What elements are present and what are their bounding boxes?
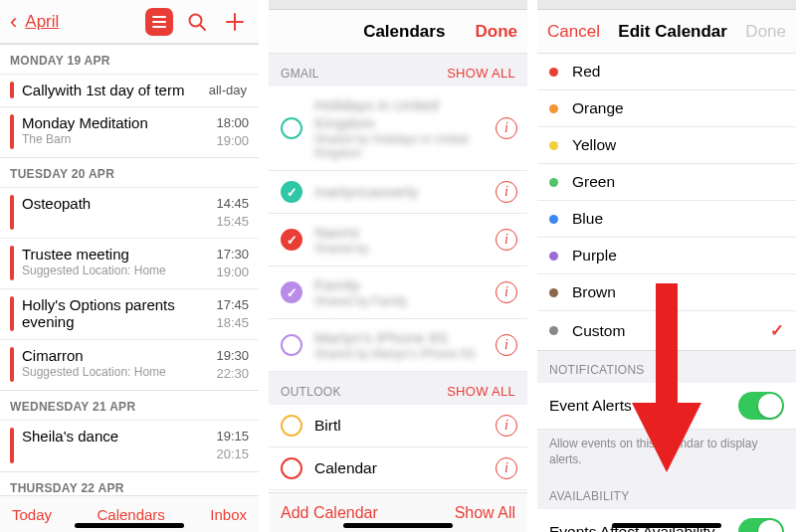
event-times: 18:0019:00	[197, 114, 249, 149]
calendar-subtitle: Shared by Family	[314, 294, 496, 308]
show-all-link[interactable]: Show All	[455, 504, 515, 522]
calendar-title: Calendar	[314, 459, 496, 477]
event-times: 17:4518:45	[197, 296, 249, 331]
home-indicator[interactable]	[75, 523, 184, 528]
calendar-subtitle: Shared by	[314, 242, 496, 256]
navbar: ‹ April	[0, 0, 259, 44]
color-option-row[interactable]: Red	[537, 54, 796, 90]
availability-switch[interactable]	[738, 518, 784, 532]
calendar-checkbox[interactable]	[281, 281, 302, 303]
event-row[interactable]: Holly's Options parents evening17:4518:4…	[0, 288, 259, 339]
day-header: WEDNESDAY 21 APR	[0, 390, 259, 420]
calendar-checkbox[interactable]	[281, 181, 302, 203]
event-list[interactable]: MONDAY 19 APRCallywith 1st day of termal…	[0, 44, 259, 495]
event-allday: all-day	[209, 83, 249, 97]
calendar-title: Holidays in United Kingdom	[314, 96, 496, 132]
search-icon[interactable]	[183, 8, 211, 36]
color-option-row[interactable]: Green	[537, 164, 796, 201]
cancel-button[interactable]: Cancel	[547, 22, 600, 42]
color-option-row[interactable]: Custom✓	[537, 311, 796, 351]
info-icon[interactable]: i	[496, 334, 517, 356]
color-option-row[interactable]: Yellow	[537, 127, 796, 164]
calendar-row[interactable]: Calendari	[269, 447, 527, 490]
group-toggle-link[interactable]: SHOW ALL	[447, 66, 515, 81]
event-subtitle: The Barn	[22, 132, 197, 146]
calendar-row[interactable]: NaomiShared byi	[269, 214, 527, 266]
color-option-row[interactable]: Purple	[537, 238, 796, 274]
event-alerts-row[interactable]: Event Alerts	[537, 383, 796, 430]
color-dot-icon	[549, 288, 558, 297]
event-color-bar	[10, 82, 14, 98]
event-row[interactable]: Trustee meetingSuggested Location: Home1…	[0, 238, 259, 288]
svg-line-4	[200, 25, 205, 30]
color-label: Green	[572, 173, 784, 191]
color-option-row[interactable]: Brown	[537, 274, 796, 311]
day-header: THURSDAY 22 APR	[0, 471, 259, 495]
day-header: TUESDAY 20 APR	[0, 157, 259, 187]
calendar-groups-list[interactable]: GMAILSHOW ALLHolidays in United KingdomS…	[269, 54, 527, 531]
color-label: Brown	[572, 283, 784, 301]
today-link[interactable]: Today	[12, 506, 52, 523]
checkmark-icon: ✓	[770, 320, 784, 341]
edit-form[interactable]: RedOrangeYellowGreenBluePurpleBrownCusto…	[537, 54, 796, 532]
section-header-availability: AVAILABILITY	[537, 477, 796, 509]
add-calendar-link[interactable]: Add Calendar	[281, 504, 378, 522]
done-button-disabled: Done	[745, 22, 786, 42]
calendar-checkbox[interactable]	[281, 457, 302, 479]
event-alerts-label: Event Alerts	[549, 397, 738, 415]
event-times: 19:1520:15	[197, 428, 249, 462]
sheet-title: Edit Calendar	[618, 22, 727, 42]
info-icon[interactable]: i	[496, 229, 517, 251]
event-title: Holly's Options parents evening	[22, 296, 197, 330]
calendar-checkbox[interactable]	[281, 117, 302, 139]
calendar-row[interactable]: FamilyShared by Familyi	[269, 266, 527, 319]
event-alerts-switch[interactable]	[738, 392, 784, 420]
home-indicator[interactable]	[612, 523, 721, 528]
event-row[interactable]: Sheila's dance19:1520:15	[0, 420, 259, 470]
color-option-row[interactable]: Orange	[537, 90, 796, 127]
color-dot-icon	[549, 215, 558, 224]
info-icon[interactable]: i	[496, 117, 517, 139]
event-title: Osteopath	[22, 195, 197, 212]
info-icon[interactable]: i	[496, 457, 517, 479]
event-times: 14:4515:45	[197, 195, 249, 230]
calendar-title: Naomi	[314, 224, 496, 242]
calendar-subtitle: Shared by Holidays in United Kingdom	[314, 132, 496, 160]
calendar-checkbox[interactable]	[281, 334, 302, 356]
screen-calendar-list: ‹ April MONDAY 19 APRCallywith 1st day o…	[0, 0, 259, 532]
back-chevron-icon[interactable]: ‹	[10, 11, 17, 33]
calendar-row[interactable]: Holidays in United KingdomShared by Holi…	[269, 87, 527, 171]
group-toggle-link[interactable]: SHOW ALL	[447, 384, 515, 399]
event-title: Trustee meeting	[22, 246, 197, 263]
event-times: 17:3019:00	[197, 246, 249, 280]
calendar-row[interactable]: Birtli	[269, 405, 527, 447]
calendars-link[interactable]: Calendars	[97, 506, 164, 523]
inbox-link[interactable]: Inbox	[210, 506, 247, 523]
calendar-checkbox[interactable]	[281, 229, 302, 251]
list-view-icon[interactable]	[145, 8, 173, 36]
done-button[interactable]: Done	[475, 22, 517, 42]
sheet-grabber	[537, 0, 796, 10]
color-dot-icon	[549, 141, 558, 150]
home-indicator[interactable]	[343, 523, 453, 528]
calendar-checkbox[interactable]	[281, 415, 302, 437]
color-option-row[interactable]: Blue	[537, 201, 796, 238]
availability-row[interactable]: Events Affect Availability	[537, 509, 796, 532]
event-row[interactable]: CimarronSuggested Location: Home19:3022:…	[0, 339, 259, 390]
event-row[interactable]: Callywith 1st day of termall-day	[0, 74, 259, 106]
info-icon[interactable]: i	[496, 415, 517, 437]
event-title: Sheila's dance	[22, 428, 197, 444]
event-row[interactable]: Osteopath14:4515:45	[0, 187, 259, 238]
color-label: Purple	[572, 247, 784, 265]
event-subtitle: Suggested Location: Home	[22, 365, 197, 379]
info-icon[interactable]: i	[496, 181, 517, 203]
day-header: MONDAY 19 APR	[0, 44, 259, 74]
event-row[interactable]: Monday MeditationThe Barn18:0019:00	[0, 106, 259, 157]
calendar-title: martyncasserly	[314, 183, 496, 201]
calendar-row[interactable]: martyncasserlyi	[269, 171, 527, 214]
color-label: Custom	[572, 322, 770, 340]
info-icon[interactable]: i	[496, 281, 517, 303]
back-month-label[interactable]: April	[25, 12, 59, 32]
add-event-icon[interactable]	[221, 8, 249, 36]
calendar-row[interactable]: Martyn's iPhone 6SShared by Martyn's iPh…	[269, 319, 527, 372]
